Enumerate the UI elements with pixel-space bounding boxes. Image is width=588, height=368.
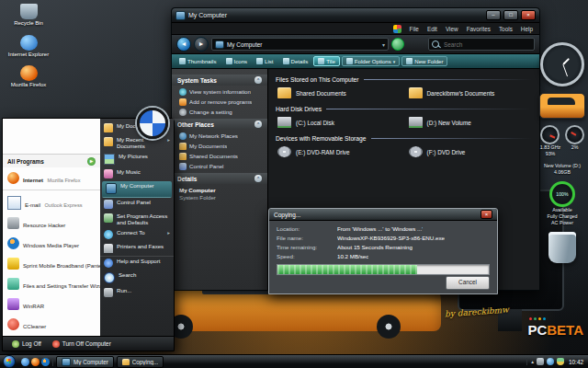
quick-launch-icon[interactable] <box>31 358 40 366</box>
cancel-button[interactable]: Cancel <box>446 276 490 290</box>
start-menu-place-item[interactable]: My Pictures <box>100 152 174 167</box>
tray-icon[interactable] <box>557 358 564 365</box>
start-menu-item[interactable]: CCleaner <box>3 314 100 334</box>
view-toolbar-button[interactable]: List <box>253 57 277 65</box>
car-photo-gadget <box>539 93 585 119</box>
sidebar-task-link[interactable]: View system information <box>172 86 267 97</box>
start-menu-place-item[interactable]: Run... <box>100 286 174 300</box>
view-toolbar-button[interactable]: Icons <box>222 57 252 65</box>
minimize-button[interactable] <box>486 10 501 20</box>
start-menu-place-icon <box>104 230 113 239</box>
desktop-icon[interactable]: Recycle Bin <box>4 4 53 27</box>
start-menu-place-label: Printers and Faxes <box>117 244 164 250</box>
address-dropdown-icon[interactable]: ▾ <box>382 41 385 48</box>
start-menu-place-item[interactable]: Printers and Faxes <box>100 242 174 257</box>
file-item[interactable]: Shared Documents <box>276 86 401 100</box>
view-toolbar-button[interactable]: Thumbnails <box>175 57 220 65</box>
section-other-places[interactable]: Other Places <box>172 119 267 130</box>
view-button-icon <box>318 58 324 64</box>
sidebar-place-link[interactable]: Shared Documents <box>172 151 267 161</box>
clock-gadget[interactable] <box>540 42 584 86</box>
view-toolbar-button[interactable]: Tile <box>313 56 340 66</box>
address-bar[interactable]: My Computer ▾ <box>211 38 389 51</box>
taskbar-task-copying[interactable]: Copying... <box>117 356 164 368</box>
start-menu-item[interactable]: Files and Settings Transfer Wizard <box>3 273 100 293</box>
tray-expand-icon[interactable]: ▴ <box>531 359 534 364</box>
user-avatar[interactable] <box>137 108 168 139</box>
search-input[interactable] <box>442 40 531 49</box>
menu-item[interactable]: View <box>446 26 458 32</box>
start-menu-place-icon <box>104 259 113 268</box>
desktop-icon-label: Recycle Bin <box>14 20 43 27</box>
tray-icon[interactable] <box>547 358 554 365</box>
view-toolbar-button[interactable]: Folder Options <box>342 56 400 66</box>
quick-launch-icon[interactable] <box>21 358 29 366</box>
menu-item[interactable]: Edit <box>427 26 437 32</box>
drive-item[interactable]: (D:) New Volume <box>407 115 533 130</box>
forward-button[interactable] <box>194 37 209 52</box>
start-menu-item[interactable]: E-mail Outlook Express <box>3 192 100 213</box>
search-box[interactable] <box>428 38 535 51</box>
menu-item[interactable]: File <box>410 26 419 32</box>
view-button-icon <box>406 58 413 64</box>
go-button[interactable] <box>391 38 404 51</box>
view-toolbar-button[interactable]: Details <box>279 57 312 65</box>
start-button[interactable] <box>3 355 16 368</box>
view-toolbar-button[interactable]: New Folder <box>401 56 447 66</box>
menu-item[interactable]: Favorites <box>467 26 491 32</box>
start-menu-item-label: Resource Hacker <box>23 223 65 228</box>
start-menu-place-item[interactable]: My Computer <box>102 181 172 198</box>
start-menu-place-item[interactable]: Search <box>100 270 174 286</box>
start-menu-place-item[interactable]: Control Panel <box>100 198 174 212</box>
title-bar[interactable]: My Computer <box>172 8 539 23</box>
menu-item[interactable]: Tools <box>499 26 513 32</box>
log-off-icon <box>12 340 19 348</box>
start-menu-item[interactable]: WinRAR <box>3 293 100 314</box>
sidebar-place-link[interactable]: My Network Places <box>172 131 267 141</box>
start-menu-place-icon <box>104 272 115 283</box>
collapse-icon[interactable] <box>254 76 262 84</box>
desktop-icon[interactable]: Internet Explorer <box>4 35 53 58</box>
start-menu-place-item[interactable]: My Music <box>100 167 174 181</box>
desktop-icon[interactable]: Mozilla Firefox <box>4 65 53 88</box>
drive-item[interactable]: (C:) Local Disk <box>276 115 401 130</box>
menu-item[interactable]: Help <box>521 26 533 32</box>
quick-launch-icon[interactable] <box>41 358 50 366</box>
start-menu-item[interactable]: Sprint Mobile Broadband (Pantech) <box>3 253 100 273</box>
taskbar-task-my-computer[interactable]: My Computer <box>56 356 114 368</box>
group-header: Files Stored on This Computer <box>276 76 532 83</box>
maximize-button[interactable] <box>503 10 518 20</box>
sidebar-task-link[interactable]: Change a setting <box>172 107 267 117</box>
removable-item[interactable]: (E:) DVD-RAM Drive <box>276 144 401 159</box>
start-menu-item[interactable]: Resource Hacker <box>3 213 100 233</box>
section-system-tasks[interactable]: System Tasks <box>172 75 267 86</box>
start-menu-place-item[interactable]: Help and Support <box>100 257 174 270</box>
sidebar-place-link[interactable]: Control Panel <box>172 161 267 171</box>
taskbar-clock[interactable]: 10:42 <box>567 359 585 365</box>
recycle-bin-gadget-icon[interactable] <box>548 232 576 263</box>
start-menu-place-item[interactable]: Set Program Access and Defaults <box>100 212 174 228</box>
collapse-icon[interactable] <box>254 175 262 182</box>
sidebar-task-link[interactable]: Add or remove programs <box>172 97 267 107</box>
start-menu-item[interactable]: Windows Media Player <box>3 233 100 253</box>
close-button[interactable] <box>521 10 536 20</box>
all-programs-button[interactable]: All Programs <box>3 154 100 167</box>
tray-icon[interactable] <box>537 358 544 365</box>
file-item[interactable]: Dareckibmw's Documents <box>407 86 533 100</box>
start-menu-place-item[interactable]: Connect To <box>100 228 174 242</box>
sidebar-place-link[interactable]: My Documents <box>172 141 267 151</box>
place-label: My Network Places <box>189 132 238 139</box>
collapse-icon[interactable] <box>254 121 262 128</box>
dialog-close-button[interactable] <box>481 210 492 219</box>
dialog-title-bar[interactable]: Copying... <box>269 209 497 221</box>
log-off-button[interactable]: Log Off <box>12 340 41 348</box>
start-menu-item[interactable]: Internet Mozilla Firefox <box>3 167 100 190</box>
back-button[interactable] <box>176 37 191 52</box>
turn-off-button[interactable]: Turn Off Computer <box>52 340 111 348</box>
start-menu-place-item[interactable]: My Recent Documents <box>100 135 174 152</box>
battery-gadget: 100% Available Fully Charged AC Power <box>548 181 578 225</box>
start-menu: All Programs Internet Mozilla Firefox <box>2 118 175 351</box>
start-menu-place-label: Run... <box>117 288 131 294</box>
section-details[interactable]: Details <box>172 173 267 184</box>
removable-item[interactable]: (F:) DVD Drive <box>407 144 533 159</box>
